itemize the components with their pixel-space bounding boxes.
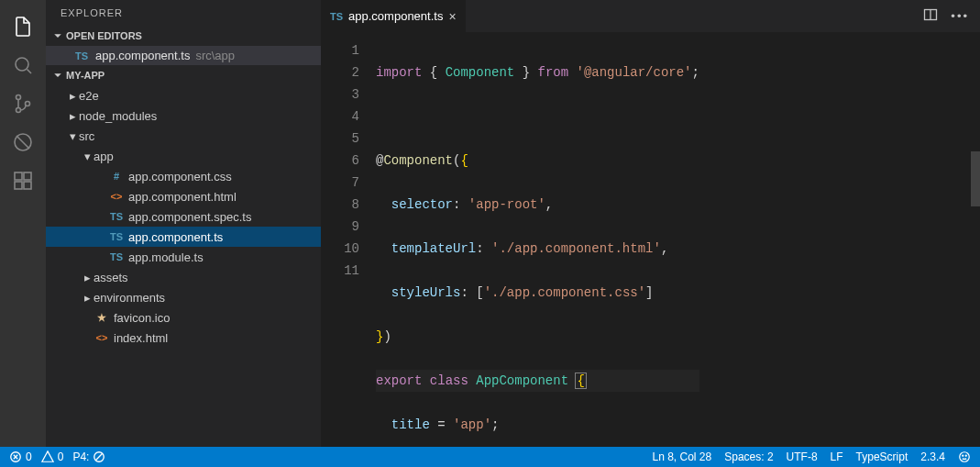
editor-tabs: TS app.component.ts × •••	[321, 0, 980, 32]
editor-actions: •••	[923, 7, 980, 25]
svg-line-1	[28, 70, 32, 74]
tree-label: app.component.ts	[128, 230, 223, 244]
ts-icon: TS	[108, 211, 125, 222]
status-warnings[interactable]: 0	[41, 450, 64, 463]
chevron-right-icon: ▸	[81, 291, 94, 305]
ts-icon: TS	[330, 11, 343, 22]
ts-icon: TS	[108, 231, 125, 242]
tree-label: e2e	[79, 89, 99, 103]
open-editors-label: OPEN EDITORS	[66, 30, 142, 41]
close-icon[interactable]: ×	[448, 9, 456, 24]
code-content: import { Component } from '@angular/core…	[376, 32, 699, 447]
svg-rect-10	[24, 182, 31, 189]
chevron-right-icon: ▸	[66, 89, 79, 103]
project-header[interactable]: MY-APP	[46, 65, 321, 85]
svg-rect-7	[15, 172, 22, 180]
status-cursor-position[interactable]: Ln 8, Col 28	[652, 450, 711, 463]
tree-file-app-component-css[interactable]: # app.component.css	[46, 166, 321, 186]
open-editor-item[interactable]: TS app.component.ts src\app	[46, 46, 321, 65]
svg-point-2	[17, 95, 21, 100]
chevron-down-icon: ▾	[66, 129, 79, 143]
html-icon: <>	[94, 332, 110, 343]
tree-label: app.component.spec.ts	[128, 210, 251, 224]
code-editor[interactable]: 1 2 3 4 5 6 7 8 9 10 11 import { Compone…	[321, 32, 980, 447]
tree-file-app-component-html[interactable]: <> app.component.html	[46, 186, 321, 206]
tab-filename: app.component.ts	[348, 9, 443, 23]
tree-file-app-component-spec-ts[interactable]: TS app.component.spec.ts	[46, 206, 321, 227]
explorer-sidebar: EXPLORER OPEN EDITORS TS app.component.t…	[46, 0, 321, 447]
explorer-activity-icon[interactable]	[0, 7, 46, 46]
star-icon: ★	[94, 312, 110, 324]
tree-folder-assets[interactable]: ▸ assets	[46, 267, 321, 287]
main-area: EXPLORER OPEN EDITORS TS app.component.t…	[0, 0, 980, 447]
tree-label: app.component.css	[128, 170, 232, 183]
editor-pane: TS app.component.ts × ••• 1 2 3 4 5 6 7	[321, 0, 980, 447]
debug-activity-icon[interactable]	[0, 123, 46, 161]
tree-file-app-component-ts[interactable]: TS app.component.ts	[46, 227, 321, 247]
open-editors-header[interactable]: OPEN EDITORS	[46, 26, 321, 46]
svg-point-0	[16, 58, 28, 71]
sidebar-title: EXPLORER	[46, 0, 321, 26]
svg-line-6	[17, 136, 29, 149]
tree-file-favicon-ico[interactable]: ★ favicon.ico	[46, 307, 321, 328]
tree-label: assets	[94, 271, 128, 284]
status-eol[interactable]: LF	[831, 450, 843, 463]
status-language[interactable]: TypeScript	[856, 450, 908, 463]
more-actions-icon[interactable]: •••	[951, 9, 969, 23]
editor-tab-app-component-ts[interactable]: TS app.component.ts ×	[321, 0, 467, 32]
chevron-down-icon	[51, 69, 64, 82]
chevron-down-icon	[51, 29, 64, 42]
status-indentation[interactable]: Spaces: 2	[724, 450, 773, 463]
tree-file-index-html[interactable]: <> index.html	[46, 328, 321, 348]
status-feedback-icon[interactable]	[958, 450, 971, 463]
tree-folder-e2e[interactable]: ▸ e2e	[46, 85, 321, 106]
editor-scrollbar[interactable]	[967, 32, 980, 447]
file-tree: ▸ e2e ▸ node_modules ▾ src ▾ app # app.c…	[46, 85, 321, 447]
status-port[interactable]: P4:	[72, 450, 105, 463]
chevron-right-icon: ▸	[81, 271, 94, 284]
svg-point-18	[960, 452, 970, 462]
tree-label: app.component.html	[128, 190, 237, 204]
search-activity-icon[interactable]	[0, 46, 46, 84]
open-editor-filepath: src\app	[195, 49, 235, 62]
status-encoding[interactable]: UTF-8	[787, 450, 818, 463]
svg-rect-9	[15, 182, 22, 189]
ts-icon: TS	[108, 251, 125, 262]
extensions-activity-icon[interactable]	[0, 161, 46, 200]
split-editor-icon[interactable]	[923, 7, 938, 25]
tree-folder-environments[interactable]: ▸ environments	[46, 287, 321, 307]
svg-line-17	[96, 453, 103, 460]
chevron-right-icon: ▸	[66, 109, 79, 123]
ts-icon: TS	[75, 50, 88, 61]
svg-point-20	[965, 455, 966, 456]
line-number-gutter: 1 2 3 4 5 6 7 8 9 10 11	[321, 32, 376, 447]
status-bar: 0 0 P4: Ln 8, Col 28 Spaces: 2 UTF-8 LF …	[0, 447, 980, 467]
chevron-down-icon: ▾	[81, 150, 94, 163]
scrollbar-thumb[interactable]	[971, 151, 980, 206]
html-icon: <>	[108, 191, 125, 202]
tree-label: node_modules	[79, 109, 157, 123]
css-icon: #	[108, 171, 125, 182]
svg-point-3	[17, 108, 21, 113]
tree-label: src	[79, 129, 94, 143]
tree-label: environments	[94, 291, 165, 305]
tree-folder-src[interactable]: ▾ src	[46, 126, 321, 146]
tree-label: app	[94, 150, 114, 163]
source-control-activity-icon[interactable]	[0, 84, 46, 123]
tree-file-app-module-ts[interactable]: TS app.module.ts	[46, 247, 321, 267]
project-name: MY-APP	[66, 70, 105, 81]
tree-folder-node-modules[interactable]: ▸ node_modules	[46, 106, 321, 126]
tree-label: app.module.ts	[128, 250, 204, 264]
tree-folder-app[interactable]: ▾ app	[46, 146, 321, 166]
open-editor-filename: app.component.ts	[95, 49, 190, 62]
svg-point-4	[26, 102, 30, 106]
tree-label: index.html	[114, 331, 168, 345]
svg-point-19	[963, 455, 963, 456]
status-version[interactable]: 2.3.4	[920, 450, 945, 463]
activity-bar	[0, 0, 46, 447]
tree-label: favicon.ico	[114, 311, 170, 325]
status-errors[interactable]: 0	[9, 450, 32, 463]
svg-rect-8	[24, 172, 31, 180]
